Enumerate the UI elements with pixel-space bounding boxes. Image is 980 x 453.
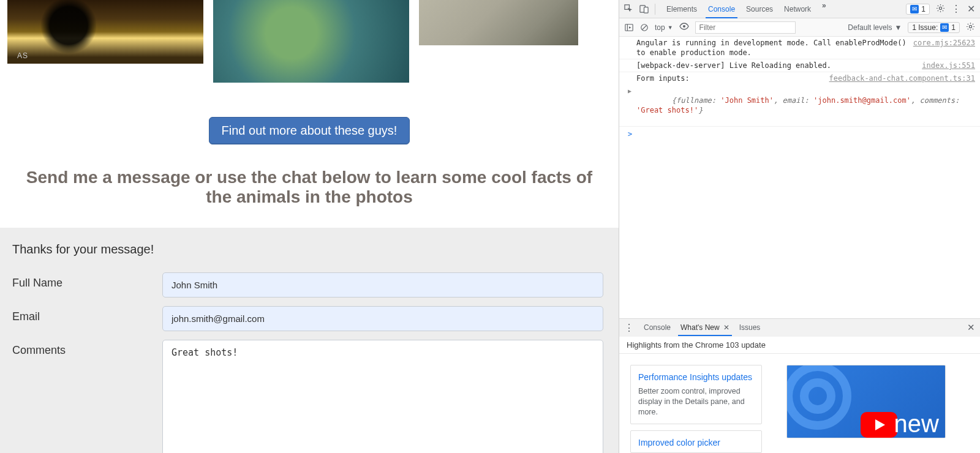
errors-count: 1 [921,5,925,13]
whats-new-cards: Performance Insights updates Better zoom… [619,354,980,453]
errors-chip[interactable]: ✉ 1 [906,4,930,15]
drawer-tabs: ⋮ Console What's New ✕ Issues ✕ [619,318,980,337]
filter-input[interactable] [695,21,796,34]
drawer-tab-console[interactable]: Console [644,320,671,335]
log-entry: [webpack-dev-server] Live Reloading enab… [619,59,980,72]
thanks-message: Thanks for your message! [12,242,606,256]
drawer-tab-label: What's New [680,323,720,332]
tab-elements[interactable]: Elements [666,1,697,17]
log-message: Form inputs: [636,73,824,83]
log-object-dump: {fullname: 'John Smith', email: 'john.sm… [636,86,975,125]
svg-point-2 [939,7,941,9]
log-message: Angular is running in development mode. … [636,38,908,58]
cards-column: Performance Insights updates Better zoom… [630,365,762,453]
photo-row: AS [0,0,619,83]
whats-new-video-thumb[interactable]: new [786,365,946,438]
device-toggle-icon[interactable] [639,4,649,13]
feedback-form: Thanks for your message! Full Name Email… [0,228,619,453]
fullname-label: Full Name [12,272,162,290]
comments-label: Comments [12,340,162,357]
console-log: Angular is running in development mode. … [619,37,980,141]
log-source-link[interactable]: core.mjs:25623 [908,38,975,58]
log-source-link[interactable]: feedback-and-chat.component.ts:31 [824,73,975,83]
divider [655,4,655,15]
prompt-icon: > [628,130,632,138]
tabs-overflow-icon[interactable]: » [822,1,826,17]
fullname-row: Full Name [12,272,606,298]
context-value: top [655,23,665,32]
levels-label: Default levels [848,23,892,32]
devtools-close-icon[interactable]: ✕ [967,3,975,15]
drawer-tab-whatsnew[interactable]: What's New ✕ [680,320,729,335]
tab-console[interactable]: Console [708,1,735,17]
spacer [619,141,980,318]
find-out-more-button[interactable]: Find out more about these guys! [209,117,410,144]
photo-1-signature: AS [17,51,28,60]
console-settings-icon[interactable] [966,22,975,33]
whats-new-card: Improved color picker [630,430,762,453]
message-icon: ✉ [940,23,949,32]
chevron-down-icon: ▼ [668,24,673,31]
log-source-link[interactable]: index.js:551 [917,61,975,70]
lead-heading: Send me a message or use the chat below … [0,168,619,207]
log-entry: Angular is running in development mode. … [619,37,980,59]
clear-console-icon[interactable] [639,23,649,32]
more-icon[interactable]: ⋮ [951,3,961,15]
context-dropdown[interactable]: top ▼ [655,23,673,32]
close-tab-icon[interactable]: ✕ [723,323,729,332]
drawer-close-icon[interactable]: ✕ [967,322,975,333]
thumb-text: new [894,410,939,438]
cta-wrap: Find out more about these guys! [0,117,619,144]
tab-network[interactable]: Network [784,1,811,17]
log-message: [webpack-dev-server] Live Reloading enab… [636,61,917,70]
levels-dropdown[interactable]: Default levels ▼ [848,23,902,32]
settings-icon[interactable] [936,4,945,15]
live-expression-icon[interactable] [679,22,689,32]
comments-row: Comments Great shots! [12,340,606,453]
devtools-panel: Elements Console Sources Network » ✉ 1 ⋮… [619,0,980,453]
fullname-input[interactable] [162,272,603,298]
card-title-link[interactable]: Performance Insights updates [638,372,754,383]
toolbar-right: ✉ 1 ⋮ ✕ [906,3,975,15]
card-body: Better zoom control, improved display in… [638,386,754,417]
svg-point-6 [969,25,971,28]
comments-textarea[interactable]: Great shots! [162,340,603,453]
devtools-tabs: Elements Console Sources Network » [666,1,900,17]
photo-1: AS [7,0,203,64]
photo-3 [419,0,578,45]
issues-label: 1 Issue: [912,23,938,32]
issues-count: 1 [951,23,956,32]
card-title-link[interactable]: Improved color picker [638,437,754,449]
email-row: Email [12,306,606,331]
chevron-down-icon: ▼ [894,23,902,32]
email-input[interactable] [162,306,603,331]
console-toolbar: top ▼ Default levels ▼ 1 Issue: ✉ 1 [619,18,980,37]
svg-point-5 [683,25,685,28]
svg-point-7 [788,367,847,425]
inspect-icon[interactable] [624,4,633,13]
photo-2 [213,0,409,83]
drawer-tab-issues[interactable]: Issues [739,320,761,335]
drawer-more-icon[interactable]: ⋮ [624,322,634,334]
console-prompt[interactable]: > [619,127,980,141]
log-entry-object: ▶ {fullname: 'John Smith', email: 'john.… [619,84,980,127]
issues-chip[interactable]: 1 Issue: ✉ 1 [908,22,960,33]
drawer-subtitle: Highlights from the Chrome 103 update [619,337,980,354]
sidebar-toggle-icon[interactable] [624,23,633,32]
devtools-toolbar: Elements Console Sources Network » ✉ 1 ⋮… [619,0,980,18]
svg-point-8 [804,383,831,410]
expand-toggle-icon[interactable]: ▶ [628,86,631,96]
whats-new-card: Performance Insights updates Better zoom… [630,365,762,425]
email-label: Email [12,306,162,323]
tab-sources[interactable]: Sources [746,1,773,17]
log-entry: Form inputs: feedback-and-chat.component… [619,72,980,84]
svg-rect-1 [644,7,649,13]
app-page: AS Find out more about these guys! Send … [0,0,619,453]
message-icon: ✉ [910,5,919,13]
